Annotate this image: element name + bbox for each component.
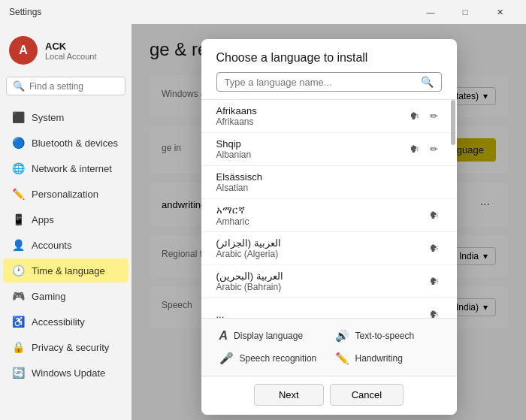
lang-english: Amharic	[216, 216, 249, 227]
update-icon: 🔄	[12, 367, 24, 379]
content-area: ge & region Windows display language Eng…	[132, 24, 526, 420]
profile-name: ACK	[45, 41, 97, 52]
sidebar-profile: A ACK Local Account	[0, 30, 132, 77]
speech-recognition-option[interactable]: 🎤 Speech recognition	[213, 347, 329, 370]
speech-icon: 🗣	[427, 241, 442, 256]
speech-icon: 🗣	[427, 307, 442, 319]
lang-native: ...	[216, 309, 225, 318]
list-item[interactable]: العربية (البحرين) Arabic (Bahrain) 🗣	[201, 265, 457, 298]
titlebar: Settings — □ ✕	[0, 0, 526, 24]
modal-header: Choose a language to install 🔍	[201, 39, 457, 99]
bluetooth-icon: 🔵	[12, 137, 24, 149]
sidebar-item-label: Windows Update	[32, 367, 105, 379]
apps-icon: 📱	[12, 213, 24, 225]
sidebar-item-system[interactable]: ⬛ System	[3, 105, 128, 129]
sidebar-item-label: System	[32, 112, 64, 123]
titlebar-controls: — □ ✕	[413, 0, 517, 24]
lang-native: Shqip	[216, 138, 252, 150]
sidebar-item-label: Personalization	[32, 189, 98, 200]
language-list: Afrikaans Afrikaans 🗣 ✏ Shqip Albanian	[201, 99, 457, 318]
handwriting-icon: ✏	[427, 109, 442, 124]
modal-overlay: Choose a language to install 🔍 Afrikaans…	[132, 24, 526, 420]
accounts-icon: 👤	[12, 239, 24, 251]
speech-icon: 🗣	[407, 109, 422, 124]
sidebar-item-apps[interactable]: 📱 Apps	[3, 207, 128, 231]
network-icon: 🌐	[12, 162, 24, 174]
sidebar: A ACK Local Account 🔍 ⬛ System 🔵 Bluetoo…	[0, 24, 132, 420]
handwriting-icon: ✏️	[335, 352, 349, 365]
accessibility-icon: ♿	[12, 316, 24, 328]
tts-option[interactable]: 🔊 Text-to-speech	[329, 325, 445, 347]
lang-english: Alsatian	[216, 183, 262, 193]
profile-subtitle: Local Account	[45, 52, 97, 61]
scrollbar[interactable]	[451, 100, 455, 145]
sidebar-search[interactable]: 🔍	[6, 77, 125, 95]
sidebar-item-personalization[interactable]: ✏️ Personalization	[3, 182, 128, 206]
sidebar-item-label: Accounts	[32, 240, 71, 251]
lang-english: Arabic (Bahrain)	[216, 282, 283, 292]
avatar: A	[9, 36, 38, 65]
minimize-button[interactable]: —	[413, 0, 448, 24]
lang-native: Elsässisch	[216, 171, 262, 183]
lang-native: አማርኛ	[216, 204, 249, 216]
display-language-label: Display language	[234, 331, 303, 341]
speech-recognition-label: Speech recognition	[240, 353, 317, 364]
personalization-icon: ✏️	[12, 188, 24, 200]
modal-search-box[interactable]: 🔍	[216, 72, 442, 92]
sidebar-item-gaming[interactable]: 🎮 Gaming	[3, 284, 128, 308]
speech-icon: 🗣	[407, 142, 422, 157]
sidebar-item-label: Bluetooth & devices	[32, 137, 118, 149]
sidebar-item-label: Accessibility	[32, 316, 85, 328]
lang-english: Arabic (Algeria)	[216, 249, 281, 259]
sidebar-item-accounts[interactable]: 👤 Accounts	[3, 233, 128, 257]
display-language-option[interactable]: A Display language	[213, 325, 329, 347]
display-icon: A	[219, 329, 228, 343]
speech-icon: 🗣	[427, 274, 442, 289]
lang-english: Afrikaans	[216, 116, 257, 127]
modal-footer-icons: A Display language 🔊 Text-to-speech 🎤 Sp…	[201, 318, 457, 376]
list-item[interactable]: ... 🗣	[201, 298, 457, 318]
main-container: A ACK Local Account 🔍 ⬛ System 🔵 Bluetoo…	[0, 24, 526, 420]
microphone-icon: 🎤	[219, 352, 234, 365]
maximize-button[interactable]: □	[448, 0, 482, 24]
sidebar-item-update[interactable]: 🔄 Windows Update	[3, 361, 128, 385]
time-icon: 🕐	[12, 264, 24, 276]
handwriting-icon: ✏	[427, 142, 442, 157]
modal-search-input[interactable]	[225, 77, 416, 88]
list-item[interactable]: Afrikaans Afrikaans 🗣 ✏	[201, 100, 457, 133]
list-item[interactable]: Shqip Albanian 🗣 ✏	[201, 133, 457, 166]
cancel-button[interactable]: Cancel	[330, 384, 404, 406]
next-button[interactable]: Next	[254, 384, 324, 406]
list-item[interactable]: አማርኛ Amharic 🗣	[201, 199, 457, 232]
language-modal: Choose a language to install 🔍 Afrikaans…	[201, 39, 457, 415]
gaming-icon: 🎮	[12, 290, 24, 302]
sidebar-item-accessibility[interactable]: ♿ Accessibility	[3, 310, 128, 334]
modal-title: Choose a language to install	[216, 51, 442, 65]
modal-action-buttons: Next Cancel	[201, 376, 457, 415]
sidebar-item-privacy[interactable]: 🔒 Privacy & security	[3, 335, 128, 359]
lang-native: Afrikaans	[216, 105, 257, 116]
privacy-icon: 🔒	[12, 341, 24, 353]
sidebar-item-network[interactable]: 🌐 Network & internet	[3, 156, 128, 180]
tts-icon: 🔊	[335, 329, 349, 343]
system-icon: ⬛	[12, 111, 24, 123]
titlebar-title: Settings	[9, 7, 413, 17]
list-item[interactable]: العربية (الجزائر) Arabic (Algeria) 🗣	[201, 232, 457, 265]
search-input[interactable]	[29, 81, 119, 92]
sidebar-item-label: Privacy & security	[32, 342, 109, 353]
lang-native: العربية (البحرين)	[216, 270, 283, 282]
sidebar-item-label: Gaming	[32, 291, 66, 302]
handwriting-option[interactable]: ✏️ Handwriting	[329, 347, 445, 370]
lang-english: Albanian	[216, 150, 252, 160]
close-button[interactable]: ✕	[482, 0, 517, 24]
sidebar-item-time[interactable]: 🕐 Time & language	[3, 258, 128, 283]
list-item[interactable]: Elsässisch Alsatian	[201, 166, 457, 199]
search-icon: 🔍	[421, 76, 434, 88]
sidebar-item-label: Time & language	[32, 265, 105, 276]
search-icon: 🔍	[13, 80, 25, 92]
handwriting-label: Handwriting	[355, 353, 403, 364]
sidebar-item-bluetooth[interactable]: 🔵 Bluetooth & devices	[3, 131, 128, 155]
lang-native: العربية (الجزائر)	[216, 237, 281, 249]
tts-label: Text-to-speech	[355, 331, 415, 341]
profile-info: ACK Local Account	[45, 41, 97, 61]
